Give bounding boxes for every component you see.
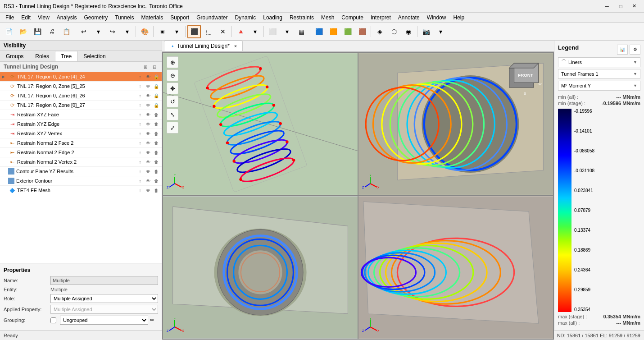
iso2-button[interactable]: 🟧 — [327, 25, 340, 38]
open-button[interactable]: 📂 — [16, 25, 30, 38]
move-up-2[interactable]: ↑ — [136, 92, 144, 99]
tab-close[interactable]: × — [234, 44, 237, 49]
lock-2[interactable]: 🔒 — [153, 92, 160, 99]
eye-3[interactable]: 👁 — [145, 102, 152, 108]
rectangle-select[interactable]: ⬛ — [187, 25, 201, 38]
trash-5[interactable]: 🗑 — [153, 121, 160, 127]
move-up-4[interactable]: ↑ — [136, 111, 144, 118]
export-button[interactable]: 📋 — [59, 25, 73, 38]
polygon-select[interactable]: ✕ — [216, 25, 230, 38]
tree-item-0[interactable]: ▶ ⟳ TNL 17: Region 0, Zone [4]_24 ↑ 👁 🔒 — [0, 72, 162, 82]
redo-dropdown[interactable]: ▾ — [120, 25, 134, 38]
eye-4[interactable]: 👁 — [145, 111, 152, 118]
trash-12[interactable]: 🗑 — [153, 187, 160, 193]
tab-tree[interactable]: Tree — [55, 51, 77, 61]
tab-selection[interactable]: Selection — [77, 51, 111, 61]
tree-item-12[interactable]: 🔷 TET4 FE Mesh ↑ 👁 🗑 — [0, 186, 162, 195]
trash-8[interactable]: 🗑 — [153, 149, 160, 156]
move-up-6[interactable]: ↑ — [136, 130, 144, 137]
menu-help[interactable]: Help — [449, 14, 468, 22]
menu-analysis[interactable]: Analysis — [53, 14, 81, 22]
legend-chart-btn[interactable]: 📊 — [617, 45, 628, 55]
camera1-button[interactable]: 📷 — [419, 25, 433, 38]
tree-item-2[interactable]: ⟳ TNL 17: Region 0, Zone [6]_26 ↑ 👁 🔒 — [0, 91, 162, 101]
viewport-top-left[interactable]: ⊕ ⊖ ✥ ↺ ⤡ ⤢ X Y Z — [163, 53, 358, 195]
move-up-8[interactable]: ↑ — [136, 149, 144, 156]
prop-applied-select[interactable]: Multiple Assigned — [50, 305, 158, 314]
move-up-3[interactable]: ↑ — [136, 102, 144, 108]
tab-roles[interactable]: Roles — [29, 51, 55, 61]
expand-btn-tl[interactable]: ⤢ — [167, 122, 178, 133]
document-tab[interactable]: 🔹 Tunnel Lining Design* × — [164, 41, 243, 51]
trash-9[interactable]: 🗑 — [153, 159, 160, 165]
tree-item-3[interactable]: ⟳ TNL 17: Region 0, Zone [0]_27 ↑ 👁 🔒 — [0, 101, 162, 110]
save-button[interactable]: 💾 — [31, 25, 44, 38]
eye-11[interactable]: 👁 — [145, 178, 152, 184]
menu-file[interactable]: File — [2, 14, 18, 22]
iso1-button[interactable]: 🟦 — [312, 25, 326, 38]
menu-tunnels[interactable]: Tunnels — [111, 14, 137, 22]
menu-groundwater[interactable]: Groundwater — [193, 14, 231, 22]
menu-loading[interactable]: Loading — [259, 14, 286, 22]
render2-button[interactable]: ⬡ — [387, 25, 401, 38]
color-button[interactable]: 🎨 — [138, 25, 151, 38]
new-button[interactable]: 📄 — [2, 25, 15, 38]
move-up-12[interactable]: ↑ — [136, 187, 144, 193]
select-all-button[interactable]: ▣ — [155, 25, 169, 38]
lock-3[interactable]: 🔒 — [153, 102, 160, 108]
eye-12[interactable]: 👁 — [145, 187, 152, 193]
eye-9[interactable]: 👁 — [145, 159, 152, 165]
trash-10[interactable]: 🗑 — [153, 168, 160, 175]
tree-item-11[interactable]: Exterior Contour ↑ 👁 🗑 — [0, 176, 162, 186]
tree-item-4[interactable]: ⇥ Restrain XYZ Face ↑ 👁 🗑 — [0, 110, 162, 119]
tree-item-8[interactable]: ⇤ Restrain Normal 2 Edge 2 ↑ 👁 🗑 — [0, 148, 162, 157]
section-button[interactable]: ▦ — [295, 25, 308, 38]
menu-compute[interactable]: Compute — [338, 14, 367, 22]
move-up-10[interactable]: ↑ — [136, 168, 144, 175]
redo-button[interactable]: ↪ — [106, 25, 119, 38]
eye-7[interactable]: 👁 — [145, 140, 152, 146]
move-up-0[interactable]: ↑ — [136, 74, 144, 80]
move-up-9[interactable]: ↑ — [136, 159, 144, 165]
menu-geometry[interactable]: Geometry — [81, 14, 112, 22]
view-dropdown[interactable]: ▾ — [248, 25, 262, 38]
move-up-5[interactable]: ↑ — [136, 121, 144, 127]
undo-button[interactable]: ↩ — [77, 25, 91, 38]
maximize-button[interactable]: □ — [614, 2, 627, 11]
tab-groups[interactable]: Groups — [0, 51, 29, 61]
zoom-out-btn-tl[interactable]: ⊖ — [167, 69, 178, 81]
prop-role-select[interactable]: Multiple Assigned — [50, 294, 158, 303]
tree-item-9[interactable]: ⇤ Restrain Normal 2 Vertex 2 ↑ 👁 🗑 — [0, 157, 162, 167]
trash-7[interactable]: 🗑 — [153, 140, 160, 146]
eye-1[interactable]: 👁 — [145, 83, 152, 89]
eye-8[interactable]: 👁 — [145, 149, 152, 156]
move-up-1[interactable]: ↑ — [136, 83, 144, 89]
lasso-select[interactable]: ⬚ — [202, 25, 215, 38]
fit-btn-tl[interactable]: ⤡ — [167, 109, 178, 120]
trash-4[interactable]: 🗑 — [153, 111, 160, 118]
print-button[interactable]: 🖨 — [45, 25, 59, 38]
render3-button[interactable]: ◉ — [402, 25, 415, 38]
expand-all-icon[interactable]: ⊞ — [142, 64, 149, 70]
viewport-top-right[interactable]: FRONT W S X Y Z — [358, 53, 553, 195]
tree-item-7[interactable]: ⇤ Restrain Normal 2 Face 2 ↑ 👁 🗑 — [0, 138, 162, 148]
menu-materials[interactable]: Materials — [137, 14, 167, 22]
prop-name-input[interactable] — [50, 276, 158, 285]
iso4-button[interactable]: 🟫 — [355, 25, 369, 38]
menu-view[interactable]: View — [34, 14, 53, 22]
tree-item-5[interactable]: ⇥ Restrain XYZ Edge ↑ 👁 🗑 — [0, 119, 162, 129]
lock-1[interactable]: 🔒 — [153, 83, 160, 89]
menu-mesh[interactable]: Mesh — [317, 14, 338, 22]
rotate-btn-tl[interactable]: ↺ — [167, 96, 178, 107]
pan-btn-tl[interactable]: ✥ — [167, 83, 178, 94]
move-up-7[interactable]: ↑ — [136, 140, 144, 146]
pencil-icon[interactable]: ✏ — [150, 317, 158, 323]
prop-grouping-select[interactable]: Ungrouped — [60, 316, 148, 325]
eye-6[interactable]: 👁 — [145, 130, 152, 137]
iso3-button[interactable]: 🟩 — [341, 25, 354, 38]
collapse-all-icon[interactable]: ⊟ — [151, 64, 158, 70]
trash-11[interactable]: 🗑 — [153, 178, 160, 184]
legend-settings-btn[interactable]: ⚙ — [630, 45, 640, 55]
legend-frames-dropdown[interactable]: Tunnel Frames 1 ▼ — [558, 69, 640, 79]
menu-edit[interactable]: Edit — [18, 14, 34, 22]
